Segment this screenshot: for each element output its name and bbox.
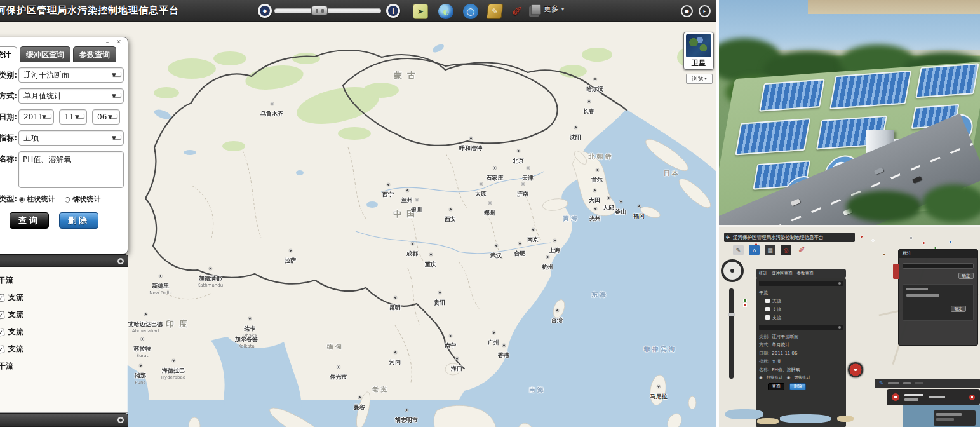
- app-title: 河保护区管理局水污染控制地理信息平台: [0, 4, 179, 17]
- tab-2[interactable]: 参数查询: [73, 46, 116, 62]
- layers-panel-body: 干流✓支流✓支流✓支流✓支流干流: [0, 267, 128, 413]
- top-toolbar: 河保护区管理局水污染控制地理信息平台 ◆ ❙ ➤ ◐ ◯ ✎ ✐ 更多 ▾ ● …: [0, 0, 718, 22]
- layer-checkbox[interactable]: ✓: [0, 345, 5, 353]
- mini-draw-toolbar: ✎: [875, 379, 980, 388]
- layer-item[interactable]: ✓支流: [0, 341, 128, 358]
- collapsed-panel-bar[interactable]: ●: [0, 413, 128, 427]
- layer-item[interactable]: 干流: [0, 272, 128, 289]
- map-label: 大田: [589, 189, 600, 205]
- close-icon[interactable]: ✕: [115, 39, 123, 45]
- name-label: 名称:: [0, 154, 17, 165]
- mode-select[interactable]: 单月值统计 ▼: [18, 88, 124, 104]
- query-button[interactable]: 查询: [10, 212, 49, 229]
- query-panel-header: – ✕: [0, 37, 128, 46]
- collapse-icon[interactable]: ●: [117, 258, 124, 264]
- date-label: 日期:: [0, 112, 17, 123]
- map-label: 台湾: [551, 309, 563, 325]
- layers-panel: ● 干流✓支流✓支流✓支流✓支流干流: [0, 254, 128, 413]
- indicator-select[interactable]: 五项 ▼: [18, 130, 124, 146]
- map-label: 兰州: [401, 189, 413, 205]
- mini-screenshot: ✈ 辽河保护区管理局水污染控制地理信息平台 ✎ ⌂ ▦ ◎ ✐ 统计缓冲区查询参…: [719, 227, 980, 427]
- browse-caret-icon: ▾: [704, 76, 707, 81]
- map-label: 蒙古: [394, 69, 420, 81]
- map-label: 贵阳: [434, 291, 445, 307]
- pan-left-button[interactable]: ●: [681, 5, 693, 17]
- layer-item[interactable]: ✓支流: [0, 306, 128, 323]
- zoom-out-button[interactable]: ◆: [258, 4, 272, 18]
- layers-panel-header[interactable]: ●: [0, 254, 128, 267]
- query-panel: – ✕ 统计缓冲区查询参数查询 类别: 辽河干流断面 ▼ 方式: 单月值统计 ▼…: [0, 37, 128, 254]
- grid-icon: ▦: [765, 245, 775, 255]
- mini-poi-marker: [871, 239, 875, 242]
- mode-label: 方式:: [0, 91, 17, 102]
- layer-checkbox[interactable]: ✓: [0, 294, 5, 302]
- category-select[interactable]: 辽河干流断面 ▼: [18, 67, 124, 83]
- map-label: 南宁: [445, 334, 456, 350]
- mini-compass: [721, 259, 744, 282]
- mini-annotation-popup: 标注 确定 确定: [898, 249, 978, 346]
- treatment-plant-photo: [719, 0, 980, 225]
- plane-icon: ✈: [726, 233, 730, 242]
- tab-1[interactable]: 缓冲区查询: [20, 46, 70, 62]
- mini-query-button: 查询: [768, 383, 784, 390]
- pan-right-button[interactable]: ▸: [699, 5, 711, 17]
- month-select[interactable]: 11 ▼: [59, 109, 87, 125]
- name-textarea[interactable]: PH值、溶解氧: [18, 151, 124, 188]
- layer-item[interactable]: ✓支流: [0, 289, 128, 306]
- category-label: 类别:: [0, 70, 17, 81]
- zoom-in-button[interactable]: ❙: [386, 4, 400, 18]
- bar-radio-label[interactable]: 柱状统计: [27, 194, 55, 204]
- pie-radio-label[interactable]: 饼状统计: [72, 194, 100, 204]
- bar-radio-icon[interactable]: ◉: [19, 195, 25, 203]
- type-label: 类型:: [0, 194, 17, 205]
- horizontal-divider: [719, 225, 980, 227]
- map-label: 西宁: [382, 183, 394, 199]
- layer-item[interactable]: 干流: [0, 358, 128, 375]
- pie-radio-icon[interactable]: ○: [65, 195, 71, 203]
- map-label: 北朝鲜: [589, 149, 614, 161]
- layer-checkbox[interactable]: ✓: [0, 328, 5, 336]
- more-menu-button[interactable]: 更多 ▾: [531, 4, 564, 15]
- map-label: 济南: [517, 182, 528, 198]
- red-dot-icon: [892, 393, 899, 401]
- map-label: 加尔各答Kolkata: [235, 328, 258, 349]
- delete-button[interactable]: 删除: [59, 212, 98, 229]
- map-select-icon[interactable]: ➤: [413, 4, 428, 19]
- satellite-label: 卫星: [686, 58, 711, 68]
- browse-dropdown[interactable]: 浏览 ▾: [686, 74, 713, 84]
- zoom-slider-handle[interactable]: [311, 6, 328, 15]
- map-label: 石家庄: [487, 166, 504, 182]
- pencil-icon: ✎: [733, 245, 744, 255]
- map-label: 上海: [549, 239, 560, 255]
- mini-poi-marker: [949, 240, 952, 243]
- day-select[interactable]: 06 ▼: [92, 109, 120, 125]
- tab-0[interactable]: 统计: [0, 46, 17, 62]
- layer-checkbox[interactable]: ✓: [0, 311, 5, 319]
- map-label: 首尔: [591, 168, 603, 184]
- year-select[interactable]: 2011 ▼: [18, 109, 54, 125]
- annotate-pen-icon[interactable]: ✐: [509, 4, 525, 19]
- more-label: 更多: [544, 4, 559, 15]
- globe-icon[interactable]: ◐: [438, 4, 453, 19]
- map-label: 河内: [389, 351, 401, 367]
- map-label: 艾哈迈达巴德Ahmedabad: [128, 313, 163, 334]
- zoom-slider-track[interactable]: [274, 8, 381, 13]
- target-icon: ◎: [781, 245, 791, 255]
- link-tool-icon[interactable]: ◯: [463, 4, 478, 19]
- mini-water-panel: [934, 410, 976, 426]
- map-label: 苏拉特Surat: [134, 337, 151, 358]
- minimize-icon[interactable]: –: [104, 39, 111, 45]
- mini-delete-button: 删除: [789, 383, 806, 390]
- vertical-divider: [716, 0, 719, 427]
- satellite-toggle-button[interactable]: 卫星: [683, 32, 714, 70]
- red-pen-icon: ✐: [796, 245, 807, 255]
- measure-tool-icon[interactable]: ✎: [486, 4, 503, 19]
- map-label: 海德拉巴Hyderabad: [161, 359, 186, 380]
- map-label: 重庆: [425, 253, 436, 269]
- map-label: 釜山: [615, 200, 626, 216]
- map-label: 香港: [498, 344, 509, 360]
- map-label: 曼谷: [354, 396, 365, 412]
- layer-item[interactable]: ✓支流: [0, 323, 128, 341]
- photo-beach: [808, 0, 980, 14]
- map-label: 大邱: [603, 196, 614, 212]
